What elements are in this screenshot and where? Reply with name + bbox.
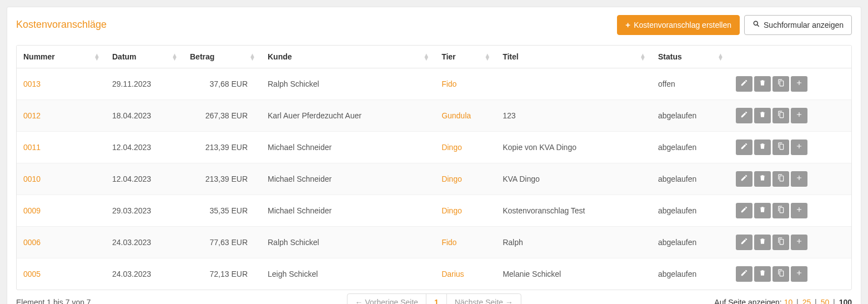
edit-icon xyxy=(740,269,748,278)
add-button[interactable] xyxy=(791,203,807,218)
col-header-tier[interactable]: Tier▲▼ xyxy=(435,46,496,68)
cell-kunde: Michael Schneider xyxy=(261,131,435,163)
add-button[interactable] xyxy=(791,266,807,282)
delete-button[interactable] xyxy=(754,203,771,218)
trash-icon xyxy=(759,111,766,120)
delete-button[interactable] xyxy=(754,235,771,250)
next-page-button[interactable]: Nächste Seite → xyxy=(447,294,521,305)
number-link[interactable]: 0013 xyxy=(23,79,41,88)
create-estimate-button[interactable]: + Kostenvoranschlag erstellen xyxy=(617,15,740,35)
cell-betrag: 267,38 EUR xyxy=(183,99,261,131)
current-page[interactable]: 1 xyxy=(427,294,447,305)
edit-button[interactable] xyxy=(736,203,752,218)
estimates-table: Nummer▲▼ Datum▲▼ Betrag▲▼ Kunde▲▼ Tier▲▼… xyxy=(17,46,851,290)
add-button[interactable] xyxy=(791,171,807,187)
col-header-nummer[interactable]: Nummer▲▼ xyxy=(17,46,106,68)
cell-titel: 123 xyxy=(496,99,651,131)
col-header-kunde[interactable]: Kunde▲▼ xyxy=(261,46,435,68)
panel-header: Kostenvoranschläge + Kostenvoranschlag e… xyxy=(16,15,852,35)
animal-link[interactable]: Gundula xyxy=(441,111,471,120)
cell-datum: 18.04.2023 xyxy=(106,99,183,131)
sort-icon: ▲▼ xyxy=(484,53,490,60)
delete-button[interactable] xyxy=(754,266,771,282)
per-page-25[interactable]: 25 xyxy=(802,298,811,305)
per-page-10[interactable]: 10 xyxy=(784,298,793,305)
animal-link[interactable]: Fido xyxy=(441,79,456,88)
show-search-button[interactable]: Suchformular anzeigen xyxy=(744,15,852,35)
sort-icon: ▲▼ xyxy=(423,53,429,60)
per-page-50[interactable]: 50 xyxy=(821,298,830,305)
copy-button[interactable] xyxy=(772,108,789,123)
number-link[interactable]: 0010 xyxy=(23,175,41,183)
create-estimate-label: Kostenvoranschlag erstellen xyxy=(634,20,731,30)
edit-button[interactable] xyxy=(736,235,752,250)
panel: Kostenvoranschläge + Kostenvoranschlag e… xyxy=(7,7,861,304)
per-page-100[interactable]: 100 xyxy=(839,298,852,305)
add-button[interactable] xyxy=(791,108,807,123)
row-actions xyxy=(736,76,807,92)
add-button[interactable] xyxy=(791,235,807,250)
delete-button[interactable] xyxy=(754,108,771,123)
copy-icon xyxy=(777,111,785,120)
col-header-titel[interactable]: Titel▲▼ xyxy=(496,46,651,68)
edit-button[interactable] xyxy=(736,76,752,92)
cell-status: abgelaufen xyxy=(651,195,729,226)
edit-icon xyxy=(740,111,748,120)
number-link[interactable]: 0006 xyxy=(23,238,41,247)
add-button[interactable] xyxy=(791,76,807,92)
copy-button[interactable] xyxy=(772,171,789,187)
add-button[interactable] xyxy=(791,139,807,155)
cell-betrag: 213,39 EUR xyxy=(183,163,261,195)
edit-button[interactable] xyxy=(736,139,752,155)
copy-button[interactable] xyxy=(772,203,789,218)
prev-page-button[interactable]: ← Vorherige Seite xyxy=(347,294,427,305)
cell-titel: Melanie Schickel xyxy=(496,258,651,290)
number-link[interactable]: 0009 xyxy=(23,206,41,215)
copy-button[interactable] xyxy=(772,266,789,282)
delete-button[interactable] xyxy=(754,76,771,92)
number-link[interactable]: 0011 xyxy=(23,143,41,152)
copy-icon xyxy=(777,142,785,152)
plus-icon xyxy=(795,142,803,152)
number-link[interactable]: 0012 xyxy=(23,111,41,120)
sort-icon: ▲▼ xyxy=(718,53,724,60)
cell-datum: 24.03.2023 xyxy=(106,226,183,258)
search-icon xyxy=(752,20,760,30)
table-footer: Element 1 bis 7 von 7 ← Vorherige Seite … xyxy=(16,298,852,305)
animal-link[interactable]: Darius xyxy=(441,270,464,278)
plus-icon xyxy=(795,269,803,278)
plus-icon: + xyxy=(625,19,630,31)
col-header-datum[interactable]: Datum▲▼ xyxy=(106,46,183,68)
svg-point-0 xyxy=(754,21,757,25)
cell-titel xyxy=(496,68,651,99)
col-header-status[interactable]: Status▲▼ xyxy=(651,46,729,68)
copy-button[interactable] xyxy=(772,76,789,92)
per-page-label: Auf Seite anzeigen: xyxy=(714,298,781,305)
delete-button[interactable] xyxy=(754,171,771,187)
delete-button[interactable] xyxy=(754,139,771,155)
col-header-betrag[interactable]: Betrag▲▼ xyxy=(183,46,261,68)
plus-icon xyxy=(795,237,803,247)
edit-button[interactable] xyxy=(736,171,752,187)
row-actions xyxy=(736,203,807,218)
cell-betrag: 77,63 EUR xyxy=(183,226,261,258)
cell-kunde: Ralph Schickel xyxy=(261,226,435,258)
plus-icon xyxy=(795,79,803,88)
copy-icon xyxy=(777,206,785,215)
animal-link[interactable]: Dingo xyxy=(441,206,462,215)
table-row: 001218.04.2023267,38 EURKarl Auer Pferde… xyxy=(17,99,851,131)
plus-icon xyxy=(795,174,803,183)
edit-button[interactable] xyxy=(736,266,752,282)
sort-icon: ▲▼ xyxy=(172,53,178,60)
row-actions xyxy=(736,235,807,250)
show-search-label: Suchformular anzeigen xyxy=(764,20,844,30)
copy-button[interactable] xyxy=(772,139,789,155)
edit-button[interactable] xyxy=(736,108,752,123)
animal-link[interactable]: Dingo xyxy=(441,175,462,183)
copy-button[interactable] xyxy=(772,235,789,250)
cell-titel: Ralph xyxy=(496,226,651,258)
animal-link[interactable]: Fido xyxy=(441,238,456,247)
table-row: 001012.04.2023213,39 EURMichael Schneide… xyxy=(17,163,851,195)
animal-link[interactable]: Dingo xyxy=(441,143,462,152)
number-link[interactable]: 0005 xyxy=(23,270,41,278)
